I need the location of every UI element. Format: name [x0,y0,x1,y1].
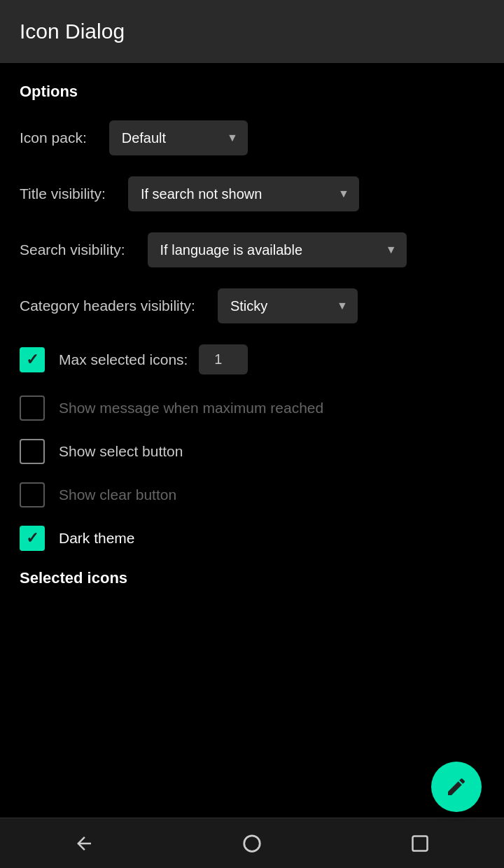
show-select-button-checkbox[interactable] [20,439,45,464]
search-visibility-row: Search visibility: Always Never If langu… [20,232,484,267]
back-button[interactable] [56,826,112,861]
show-message-row: Show message when maximum reached [20,396,484,421]
home-button[interactable] [224,826,280,861]
show-message-label: Show message when maximum reached [59,400,323,416]
back-icon [74,833,94,854]
max-selected-icons-checkbox[interactable] [20,347,45,372]
title-visibility-dropdown-wrapper: Always Never If search not shown ▼ [128,176,359,211]
svg-point-0 [244,835,260,851]
options-heading: Options [20,83,484,101]
icon-pack-select[interactable]: Default Custom Pack 1 Custom Pack 2 [109,120,248,155]
search-visibility-select[interactable]: Always Never If language is available [148,232,407,267]
dark-theme-row: Dark theme [20,526,484,551]
pencil-icon [445,776,468,798]
icon-pack-label: Icon pack: [20,130,87,146]
max-selected-icons-input[interactable] [199,344,248,374]
main-content: Options Icon pack: Default Custom Pack 1… [0,63,504,818]
icon-pack-row: Icon pack: Default Custom Pack 1 Custom … [20,120,484,155]
app-bar-title: Icon Dialog [20,20,125,43]
bottom-nav [0,818,504,868]
selected-icons-section: Selected icons [20,569,484,587]
search-visibility-dropdown-wrapper: Always Never If language is available ▼ [148,232,407,267]
icon-pack-dropdown-wrapper: Default Custom Pack 1 Custom Pack 2 ▼ [109,120,248,155]
show-clear-button-checkbox[interactable] [20,482,45,507]
search-visibility-label: Search visibility: [20,241,125,258]
category-headers-select[interactable]: Hidden Normal Sticky [218,288,358,323]
app-bar: Icon Dialog [0,0,504,63]
category-headers-dropdown-wrapper: Hidden Normal Sticky ▼ [218,288,358,323]
svg-rect-1 [413,836,428,850]
show-message-checkbox[interactable] [20,396,45,421]
dark-theme-checkbox[interactable] [20,526,45,551]
show-select-button-row: Show select button [20,439,484,464]
recents-icon [410,834,430,853]
max-selected-icons-row: Max selected icons: [20,344,484,374]
max-selected-icons-label: Max selected icons: [59,351,188,368]
show-clear-button-row: Show clear button [20,482,484,507]
category-headers-row: Category headers visibility: Hidden Norm… [20,288,484,323]
title-visibility-select[interactable]: Always Never If search not shown [128,176,359,211]
category-headers-label: Category headers visibility: [20,298,195,314]
fab-button[interactable] [431,762,482,812]
title-visibility-row: Title visibility: Always Never If search… [20,176,484,211]
recents-button[interactable] [392,826,448,861]
show-clear-button-label: Show clear button [59,486,176,503]
title-visibility-label: Title visibility: [20,186,106,202]
dark-theme-label: Dark theme [59,530,135,547]
show-select-button-label: Show select button [59,443,183,460]
home-icon [241,833,262,854]
selected-icons-heading: Selected icons [20,569,484,587]
